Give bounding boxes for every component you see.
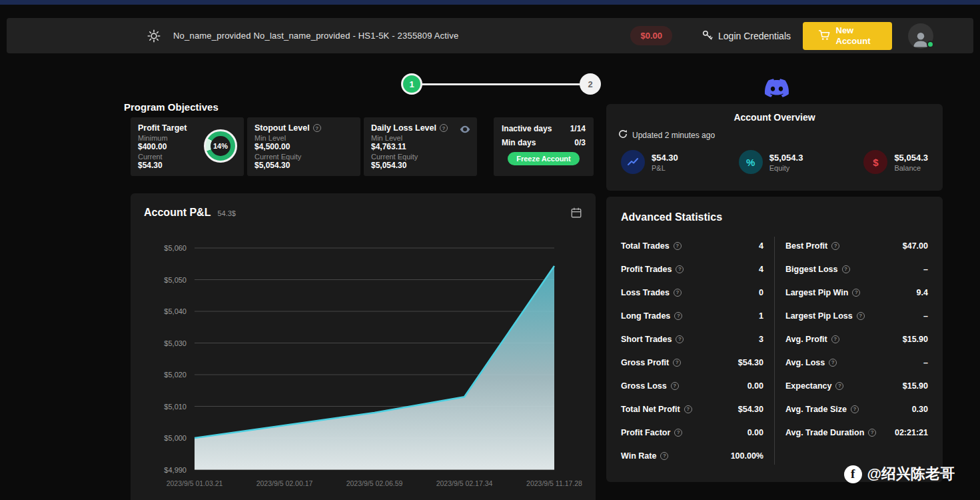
pnl-card-subtitle: 54.3$: [217, 209, 236, 217]
info-icon[interactable]: [313, 124, 321, 132]
info-icon[interactable]: [676, 335, 684, 343]
profit-target-card: Profit Target Minimum $400.00 Current $5…: [131, 117, 244, 176]
stat-row: Profit Trades4: [621, 257, 763, 281]
info-icon[interactable]: [674, 242, 682, 250]
stat-label: Win Rate: [621, 451, 668, 461]
account-pnl-card: Account P&L 54.3$: [131, 193, 596, 500]
stat-row: Gross Loss0.00: [621, 374, 763, 397]
info-icon[interactable]: [684, 405, 692, 413]
stat-label: Expectancy: [785, 381, 843, 391]
step-2[interactable]: 2: [580, 73, 601, 95]
stat-label: Total Trades: [621, 241, 682, 251]
activity-card: Inactive days 1/14 Min days 0/3 Freeze A…: [494, 117, 594, 176]
info-icon[interactable]: [673, 359, 681, 367]
svg-text:2023/9/5 11.17.28: 2023/9/5 11.17.28: [526, 479, 582, 487]
info-icon[interactable]: [842, 265, 850, 273]
stat-row: Loss Trades0: [621, 281, 763, 304]
stat-row: Total Net Profit$54.30: [621, 397, 763, 421]
svg-text:$5,010: $5,010: [164, 403, 187, 411]
step-1[interactable]: 1: [401, 73, 422, 95]
new-account-label: New Account: [836, 25, 877, 46]
current-equity-label: Current Equity: [371, 153, 470, 161]
stat-value: 4: [759, 265, 763, 274]
svg-text:2023/9/5 02.17.34: 2023/9/5 02.17.34: [436, 479, 493, 487]
stat-value: 0.00: [747, 381, 763, 391]
step-connector: [421, 83, 581, 85]
pnl-card-title: Account P&L: [144, 207, 211, 219]
info-icon[interactable]: [671, 382, 679, 390]
stat-value: 0.30: [912, 405, 928, 414]
stat-value: $47.00: [903, 241, 928, 251]
stat-row: Biggest Loss–: [785, 257, 928, 281]
balance-badge[interactable]: $0.00: [630, 26, 672, 45]
stat-value: 1: [759, 311, 763, 321]
info-icon[interactable]: [674, 312, 682, 320]
stat-label: Avg. Profit: [785, 335, 839, 344]
pnl-value: $54.30: [652, 153, 678, 163]
info-icon[interactable]: [868, 429, 876, 437]
svg-text:$5,060: $5,060: [164, 244, 187, 252]
inactive-days-label: Inactive days: [502, 124, 552, 133]
stat-label: Avg. Trade Size: [785, 405, 859, 414]
stat-value: $54.30: [738, 405, 763, 414]
info-icon[interactable]: [831, 335, 839, 343]
percent-icon: %: [739, 150, 763, 174]
theme-toggle-sun-icon[interactable]: [145, 27, 163, 45]
key-icon: [702, 29, 713, 43]
program-objectives-cards: Profit Target Minimum $400.00 Current $5…: [131, 117, 594, 176]
stat-label: Loss Trades: [621, 288, 682, 297]
min-level-value: $4,763.11: [371, 142, 470, 151]
svg-text:2023/9/5 02.00.17: 2023/9/5 02.00.17: [256, 479, 313, 487]
info-icon[interactable]: [674, 429, 682, 437]
min-level-value: $4,500.00: [254, 142, 353, 151]
stats-divider: [774, 237, 775, 465]
login-credentials-button[interactable]: Login Credentials: [702, 29, 791, 43]
stat-value: 02:21:21: [895, 428, 928, 437]
stat-label: Total Net Profit: [621, 405, 692, 414]
svg-text:$5,030: $5,030: [164, 339, 187, 347]
info-icon[interactable]: [851, 405, 859, 413]
equity-label: Equity: [769, 164, 803, 172]
stat-row: Avg. Loss–: [785, 351, 928, 374]
refresh-icon[interactable]: [618, 129, 628, 141]
info-icon[interactable]: [831, 242, 839, 250]
stat-value: $15.90: [903, 335, 928, 344]
stat-value: 9.4: [917, 288, 928, 297]
discord-icon[interactable]: [759, 71, 794, 105]
stat-row: Win Rate100.00%: [621, 444, 763, 467]
min-days-label: Min days: [502, 138, 536, 147]
info-icon[interactable]: [676, 265, 684, 273]
stat-value: 0: [759, 288, 763, 297]
info-icon[interactable]: [857, 312, 865, 320]
balance-stat: $ $5,054.3 Balance: [863, 150, 928, 174]
new-account-button[interactable]: New Account: [803, 22, 892, 50]
eye-icon[interactable]: [460, 124, 470, 136]
info-icon[interactable]: [852, 289, 860, 297]
stat-label: Avg. Trade Duration: [785, 428, 876, 437]
info-icon[interactable]: [674, 289, 682, 297]
stat-row: Avg. Trade Duration02:21:21: [785, 421, 928, 444]
stat-value: 4: [759, 241, 763, 251]
freeze-account-button[interactable]: Freeze Account: [508, 152, 580, 165]
profit-progress-value: 14%: [213, 142, 228, 150]
info-icon[interactable]: [660, 452, 668, 460]
daily-loss-level-title: Daily Loss Level: [371, 123, 436, 133]
svg-text:$5,050: $5,050: [164, 276, 187, 284]
calendar-icon[interactable]: [570, 207, 582, 221]
profit-progress-ring: 14%: [204, 129, 237, 163]
stat-row: Long Trades1: [621, 304, 763, 327]
svg-text:$5,020: $5,020: [164, 371, 187, 379]
info-icon[interactable]: [835, 382, 843, 390]
updated-text: Updated 2 minutes ago: [632, 131, 715, 140]
info-icon[interactable]: [829, 359, 837, 367]
stat-row: Largest Pip Win9.4: [785, 281, 928, 304]
pnl-chart: $4,990$5,000$5,010$5,020$5,030$5,040$5,0…: [137, 232, 590, 496]
user-avatar[interactable]: [908, 23, 933, 49]
stat-label: Best Profit: [785, 241, 839, 251]
min-level-label: Min Level: [371, 134, 470, 142]
header-bar: No_name_provided No_last_name_provided -…: [7, 18, 973, 53]
info-icon[interactable]: [440, 124, 448, 132]
stat-value: 3: [759, 335, 763, 344]
online-status-dot: [927, 41, 934, 48]
stat-label: Largest Pip Loss: [785, 311, 865, 321]
